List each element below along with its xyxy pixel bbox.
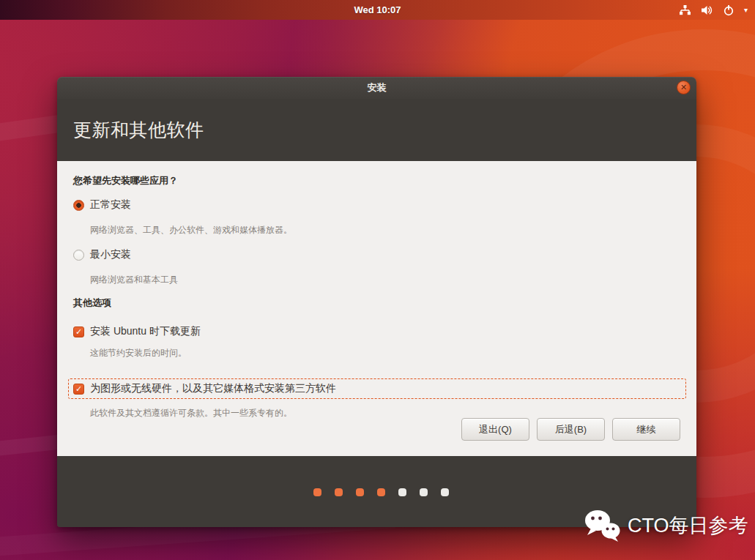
continue-button[interactable]: 继续 (612, 418, 680, 441)
watermark-text: CTO每日参考 (628, 512, 748, 539)
progress-dot (420, 488, 428, 496)
close-icon: ✕ (680, 83, 687, 92)
close-button[interactable]: ✕ (677, 81, 691, 94)
window-title: 安装 (368, 81, 387, 94)
progress-dot (335, 488, 343, 496)
power-icon[interactable] (723, 4, 734, 16)
system-top-bar: Wed 10:07 ▾ (0, 0, 755, 20)
other-options-heading: 其他选项 (73, 296, 680, 310)
clock[interactable]: Wed 10:07 (354, 4, 401, 15)
wechat-icon (583, 508, 622, 543)
volume-icon[interactable] (701, 4, 713, 16)
checkbox-option-third-party[interactable]: ✓ 为图形或无线硬件，以及其它媒体格式安装第三方软件 (68, 378, 686, 399)
checkbox-checked-icon[interactable]: ✓ (73, 384, 84, 395)
progress-dot (313, 488, 321, 496)
checkbox-checked-icon[interactable]: ✓ (73, 326, 84, 337)
checkbox-label: 为图形或无线硬件，以及其它媒体格式安装第三方软件 (90, 382, 336, 395)
radio-label: 最小安装 (90, 248, 131, 261)
question-heading: 您希望先安装哪些应用？ (73, 174, 680, 187)
radio-unselected-icon[interactable] (73, 250, 84, 261)
watermark: CTO每日参考 (583, 508, 748, 543)
progress-dots (313, 488, 449, 496)
caret-down-icon[interactable]: ▾ (744, 7, 748, 14)
checkbox-option-updates[interactable]: ✓ 安装 Ubuntu 时下载更新 (73, 325, 680, 338)
window-titlebar[interactable]: 安装 ✕ (57, 77, 696, 99)
radio-option-minimal[interactable]: 最小安装 (73, 248, 680, 261)
network-icon[interactable] (679, 4, 691, 16)
page-title: 更新和其他软件 (73, 118, 204, 142)
radio-description: 网络浏览器和基本工具 (90, 274, 680, 286)
check-icon: ✓ (75, 327, 82, 336)
progress-dot (398, 488, 406, 496)
progress-dot (377, 488, 385, 496)
radio-description: 网络浏览器、工具、办公软件、游戏和媒体播放器。 (90, 224, 680, 236)
page-content: 您希望先安装哪些应用？ 正常安装 网络浏览器、工具、办公软件、游戏和媒体播放器。… (57, 161, 696, 456)
radio-option-normal[interactable]: 正常安装 (73, 198, 680, 212)
back-button[interactable]: 后退(B) (537, 418, 605, 441)
page-header: 更新和其他软件 (57, 99, 696, 161)
system-tray[interactable]: ▾ (679, 0, 748, 20)
checkbox-description: 这能节约安装后的时间。 (90, 347, 680, 359)
progress-dot (356, 488, 364, 496)
progress-dot (441, 488, 449, 496)
check-icon: ✓ (75, 384, 82, 393)
radio-selected-icon[interactable] (73, 200, 84, 211)
quit-button[interactable]: 退出(Q) (461, 418, 529, 441)
checkbox-label: 安装 Ubuntu 时下载更新 (90, 325, 201, 338)
installer-window: 安装 ✕ 更新和其他软件 您希望先安装哪些应用？ 正常安装 网络浏览器、工具、办… (57, 77, 696, 527)
action-buttons: 退出(Q) 后退(B) 继续 (461, 418, 680, 441)
radio-label: 正常安装 (90, 198, 131, 212)
